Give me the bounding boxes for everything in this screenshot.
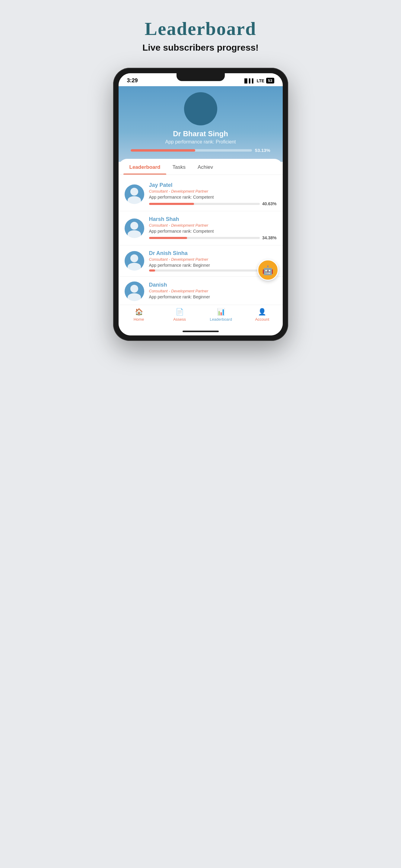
lb-pct: 40.63% <box>262 201 277 206</box>
nav-assess[interactable]: 📄 Assess <box>169 308 190 321</box>
table-row: Harsh Shah Consultant - Development Part… <box>119 211 283 245</box>
battery-badge: 53 <box>266 78 274 84</box>
home-icon: 🏠 <box>135 308 143 316</box>
lb-name: Harsh Shah <box>149 216 277 222</box>
lb-name: Jay Patel <box>149 182 277 188</box>
home-indicator <box>119 327 283 336</box>
lb-progress-fill <box>149 203 194 205</box>
lb-role: Consultant - Development Partner <box>149 257 277 261</box>
network-type: LTE <box>257 79 264 83</box>
page-subtitle: Live subscribers progress! <box>142 42 259 53</box>
profile-name: Dr Bharat Singh <box>173 130 228 138</box>
nav-home-label: Home <box>134 317 144 321</box>
lb-info: Danish Consultant - Development Partner … <box>149 282 277 301</box>
lb-name: Danish <box>149 282 277 288</box>
ask-setu-button[interactable]: 🤖 <box>257 259 279 281</box>
tab-tasks[interactable]: Tasks <box>166 159 191 175</box>
phone-screen: 3:29 ▐▌▌▌ LTE 53 Dr Bharat Singh App per… <box>119 73 283 336</box>
phone-frame: 3:29 ▐▌▌▌ LTE 53 Dr Bharat Singh App per… <box>113 68 288 341</box>
profile-progress-bar <box>131 149 252 152</box>
nav-leaderboard[interactable]: 📊 Leaderboard <box>210 308 232 321</box>
lb-role: Consultant - Development Partner <box>149 189 277 193</box>
nav-account[interactable]: 👤 Account <box>252 308 273 321</box>
lb-progress-fill <box>149 237 187 239</box>
tab-leaderboard[interactable]: Leaderboard <box>123 159 167 175</box>
status-time: 3:29 <box>127 78 138 84</box>
signal-icon: ▐▌▌▌ <box>243 79 255 83</box>
lb-role: Consultant - Development Partner <box>149 289 277 293</box>
bottom-nav: 🏠 Home 📄 Assess 📊 Leaderboard 👤 Account <box>119 305 283 327</box>
status-icons: ▐▌▌▌ LTE 53 <box>243 78 274 84</box>
lb-rank: App performance rank: Beginner <box>149 263 277 268</box>
profile-header: Dr Bharat Singh App performance rank: Pr… <box>119 86 283 162</box>
lb-progress-bar <box>149 203 260 205</box>
lb-progress-bar <box>149 237 260 239</box>
profile-progress-pct: 53.13% <box>255 148 270 153</box>
page-header: Leaderboard Live subscribers progress! <box>142 18 259 53</box>
lb-progress-bar <box>149 270 274 272</box>
avatar <box>124 184 144 204</box>
bot-icon: 🤖 <box>262 265 274 276</box>
page-title: Leaderboard <box>142 18 259 39</box>
home-bar <box>182 331 219 332</box>
profile-progress-fill <box>131 149 195 152</box>
profile-rank: App performance rank: Proficient <box>165 139 236 145</box>
leaderboard-icon: 📊 <box>217 308 225 316</box>
content-card: Leaderboard Tasks Achiev <box>119 159 283 305</box>
lb-rank: App performance rank: Competent <box>149 195 277 199</box>
account-icon: 👤 <box>258 308 266 316</box>
assess-icon: 📄 <box>176 308 184 316</box>
lb-info: Jay Patel Consultant - Development Partn… <box>149 182 277 206</box>
avatar <box>124 281 144 301</box>
nav-home[interactable]: 🏠 Home <box>128 308 149 321</box>
nav-assess-label: Assess <box>173 317 186 321</box>
notch <box>176 73 225 81</box>
lb-pct: 34.38% <box>262 236 277 240</box>
table-row: Jay Patel Consultant - Development Partn… <box>119 177 283 211</box>
nav-leaderboard-label: Leaderboard <box>210 317 232 321</box>
lb-progress-row: 40.63% <box>149 201 277 206</box>
lb-progress-row: 34.38% <box>149 236 277 240</box>
avatar <box>124 251 144 271</box>
lb-progress-fill <box>149 270 155 272</box>
lb-role: Consultant - Development Partner <box>149 223 277 227</box>
leaderboard-list: Jay Patel Consultant - Development Partn… <box>119 175 283 305</box>
lb-info: Harsh Shah Consultant - Development Part… <box>149 216 277 240</box>
lb-name: Dr Anish Sinha <box>149 250 277 256</box>
tabs-row: Leaderboard Tasks Achiev <box>119 159 283 175</box>
tab-achievements[interactable]: Achiev <box>192 159 219 175</box>
profile-progress-row: 53.13% <box>131 148 270 153</box>
lb-rank: App performance rank: Competent <box>149 229 277 234</box>
nav-account-label: Account <box>255 317 269 321</box>
lb-rank: App performance rank: Beginner <box>149 294 277 299</box>
avatar <box>124 218 144 238</box>
avatar <box>184 92 217 125</box>
table-row: Danish Consultant - Development Partner … <box>119 277 283 302</box>
